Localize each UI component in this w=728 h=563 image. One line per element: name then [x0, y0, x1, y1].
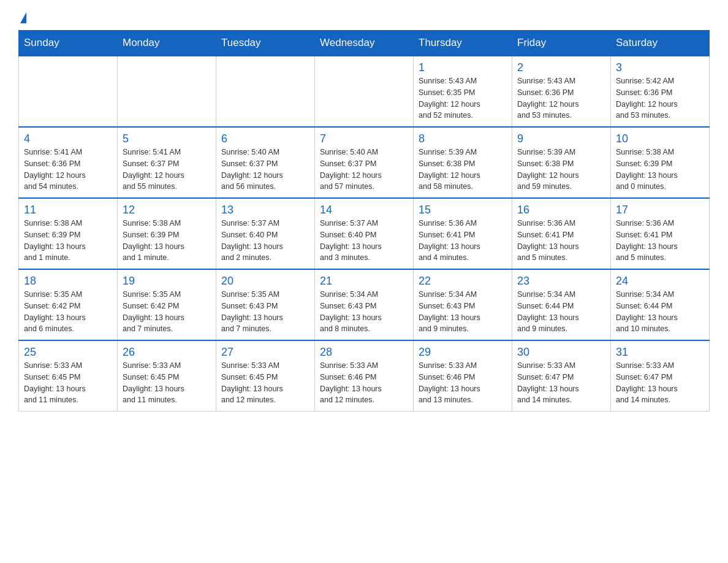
day-info: Sunrise: 5:33 AM Sunset: 6:45 PM Dayligh… [24, 360, 112, 406]
day-info: Sunrise: 5:38 AM Sunset: 6:39 PM Dayligh… [24, 218, 112, 264]
day-number: 13 [221, 204, 309, 216]
calendar-cell: 25Sunrise: 5:33 AM Sunset: 6:45 PM Dayli… [19, 340, 118, 412]
day-number: 14 [320, 204, 408, 216]
logo [18, 12, 26, 24]
calendar-cell: 20Sunrise: 5:35 AM Sunset: 6:43 PM Dayli… [216, 269, 315, 340]
day-number: 7 [320, 132, 408, 145]
calendar-cell: 30Sunrise: 5:33 AM Sunset: 6:47 PM Dayli… [512, 340, 611, 412]
day-of-week-header: Tuesday [216, 31, 315, 56]
day-info: Sunrise: 5:36 AM Sunset: 6:41 PM Dayligh… [517, 218, 605, 264]
day-number: 11 [24, 204, 112, 216]
calendar-cell: 19Sunrise: 5:35 AM Sunset: 6:42 PM Dayli… [118, 269, 216, 340]
calendar-cell: 7Sunrise: 5:40 AM Sunset: 6:37 PM Daylig… [315, 127, 414, 198]
day-number: 29 [419, 346, 507, 359]
day-number: 16 [517, 204, 605, 216]
day-info: Sunrise: 5:36 AM Sunset: 6:41 PM Dayligh… [419, 218, 507, 264]
day-info: Sunrise: 5:43 AM Sunset: 6:35 PM Dayligh… [419, 75, 507, 121]
calendar-cell: 15Sunrise: 5:36 AM Sunset: 6:41 PM Dayli… [414, 198, 512, 269]
calendar-cell: 2Sunrise: 5:43 AM Sunset: 6:36 PM Daylig… [512, 56, 611, 127]
logo-triangle-icon [20, 12, 26, 23]
day-info: Sunrise: 5:33 AM Sunset: 6:47 PM Dayligh… [517, 360, 605, 406]
day-number: 4 [24, 132, 112, 145]
day-of-week-header: Friday [512, 31, 611, 56]
day-number: 30 [517, 346, 605, 359]
calendar-cell: 9Sunrise: 5:39 AM Sunset: 6:38 PM Daylig… [512, 127, 611, 198]
calendar-week-row: 18Sunrise: 5:35 AM Sunset: 6:42 PM Dayli… [19, 269, 710, 340]
calendar-week-row: 25Sunrise: 5:33 AM Sunset: 6:45 PM Dayli… [19, 340, 710, 412]
day-info: Sunrise: 5:38 AM Sunset: 6:39 PM Dayligh… [616, 147, 704, 193]
calendar-cell [19, 56, 118, 127]
calendar-cell: 22Sunrise: 5:34 AM Sunset: 6:43 PM Dayli… [414, 269, 512, 340]
day-info: Sunrise: 5:35 AM Sunset: 6:42 PM Dayligh… [123, 289, 211, 335]
calendar-cell: 10Sunrise: 5:38 AM Sunset: 6:39 PM Dayli… [611, 127, 710, 198]
day-info: Sunrise: 5:36 AM Sunset: 6:41 PM Dayligh… [616, 218, 704, 264]
day-number: 27 [221, 346, 309, 359]
calendar-header-row: SundayMondayTuesdayWednesdayThursdayFrid… [19, 31, 710, 56]
day-number: 23 [517, 275, 605, 288]
calendar-cell: 4Sunrise: 5:41 AM Sunset: 6:36 PM Daylig… [19, 127, 118, 198]
calendar-table: SundayMondayTuesdayWednesdayThursdayFrid… [18, 30, 710, 412]
day-number: 21 [320, 275, 408, 288]
day-of-week-header: Thursday [414, 31, 512, 56]
day-of-week-header: Wednesday [315, 31, 414, 56]
calendar-week-row: 1Sunrise: 5:43 AM Sunset: 6:35 PM Daylig… [19, 56, 710, 127]
day-info: Sunrise: 5:43 AM Sunset: 6:36 PM Dayligh… [517, 75, 605, 121]
day-info: Sunrise: 5:34 AM Sunset: 6:44 PM Dayligh… [616, 289, 704, 335]
calendar-cell: 27Sunrise: 5:33 AM Sunset: 6:45 PM Dayli… [216, 340, 315, 412]
day-info: Sunrise: 5:33 AM Sunset: 6:47 PM Dayligh… [616, 360, 704, 406]
calendar-cell [315, 56, 414, 127]
calendar-cell: 18Sunrise: 5:35 AM Sunset: 6:42 PM Dayli… [19, 269, 118, 340]
calendar-cell: 24Sunrise: 5:34 AM Sunset: 6:44 PM Dayli… [611, 269, 710, 340]
calendar-cell: 5Sunrise: 5:41 AM Sunset: 6:37 PM Daylig… [118, 127, 216, 198]
day-number: 26 [123, 346, 211, 359]
calendar-cell [216, 56, 315, 127]
day-info: Sunrise: 5:35 AM Sunset: 6:42 PM Dayligh… [24, 289, 112, 335]
day-number: 18 [24, 275, 112, 288]
calendar-cell: 23Sunrise: 5:34 AM Sunset: 6:44 PM Dayli… [512, 269, 611, 340]
calendar-cell: 11Sunrise: 5:38 AM Sunset: 6:39 PM Dayli… [19, 198, 118, 269]
calendar-cell: 31Sunrise: 5:33 AM Sunset: 6:47 PM Dayli… [611, 340, 710, 412]
day-info: Sunrise: 5:38 AM Sunset: 6:39 PM Dayligh… [123, 218, 211, 264]
day-number: 1 [419, 61, 507, 74]
day-info: Sunrise: 5:37 AM Sunset: 6:40 PM Dayligh… [221, 218, 309, 264]
day-number: 6 [221, 132, 309, 145]
day-number: 2 [517, 61, 605, 74]
calendar-cell: 21Sunrise: 5:34 AM Sunset: 6:43 PM Dayli… [315, 269, 414, 340]
day-number: 3 [616, 61, 704, 74]
day-info: Sunrise: 5:42 AM Sunset: 6:36 PM Dayligh… [616, 75, 704, 121]
day-number: 22 [419, 275, 507, 288]
day-number: 8 [419, 132, 507, 145]
day-of-week-header: Sunday [19, 31, 118, 56]
calendar-cell: 29Sunrise: 5:33 AM Sunset: 6:46 PM Dayli… [414, 340, 512, 412]
day-info: Sunrise: 5:33 AM Sunset: 6:46 PM Dayligh… [419, 360, 507, 406]
calendar-cell: 12Sunrise: 5:38 AM Sunset: 6:39 PM Dayli… [118, 198, 216, 269]
day-number: 9 [517, 132, 605, 145]
calendar-cell: 28Sunrise: 5:33 AM Sunset: 6:46 PM Dayli… [315, 340, 414, 412]
day-number: 28 [320, 346, 408, 359]
day-number: 12 [123, 204, 211, 216]
day-number: 24 [616, 275, 704, 288]
day-number: 31 [616, 346, 704, 359]
calendar-cell: 13Sunrise: 5:37 AM Sunset: 6:40 PM Dayli… [216, 198, 315, 269]
page-header [18, 12, 710, 24]
day-number: 17 [616, 204, 704, 216]
day-number: 25 [24, 346, 112, 359]
day-of-week-header: Monday [118, 31, 216, 56]
day-info: Sunrise: 5:40 AM Sunset: 6:37 PM Dayligh… [221, 147, 309, 193]
calendar-cell [118, 56, 216, 127]
day-number: 15 [419, 204, 507, 216]
day-info: Sunrise: 5:40 AM Sunset: 6:37 PM Dayligh… [320, 147, 408, 193]
calendar-cell: 26Sunrise: 5:33 AM Sunset: 6:45 PM Dayli… [118, 340, 216, 412]
day-info: Sunrise: 5:41 AM Sunset: 6:36 PM Dayligh… [24, 147, 112, 193]
day-number: 20 [221, 275, 309, 288]
calendar-week-row: 11Sunrise: 5:38 AM Sunset: 6:39 PM Dayli… [19, 198, 710, 269]
day-info: Sunrise: 5:34 AM Sunset: 6:43 PM Dayligh… [320, 289, 408, 335]
day-number: 5 [123, 132, 211, 145]
day-info: Sunrise: 5:33 AM Sunset: 6:46 PM Dayligh… [320, 360, 408, 406]
day-of-week-header: Saturday [611, 31, 710, 56]
day-info: Sunrise: 5:37 AM Sunset: 6:40 PM Dayligh… [320, 218, 408, 264]
day-number: 10 [616, 132, 704, 145]
day-number: 19 [123, 275, 211, 288]
day-info: Sunrise: 5:39 AM Sunset: 6:38 PM Dayligh… [517, 147, 605, 193]
day-info: Sunrise: 5:33 AM Sunset: 6:45 PM Dayligh… [123, 360, 211, 406]
